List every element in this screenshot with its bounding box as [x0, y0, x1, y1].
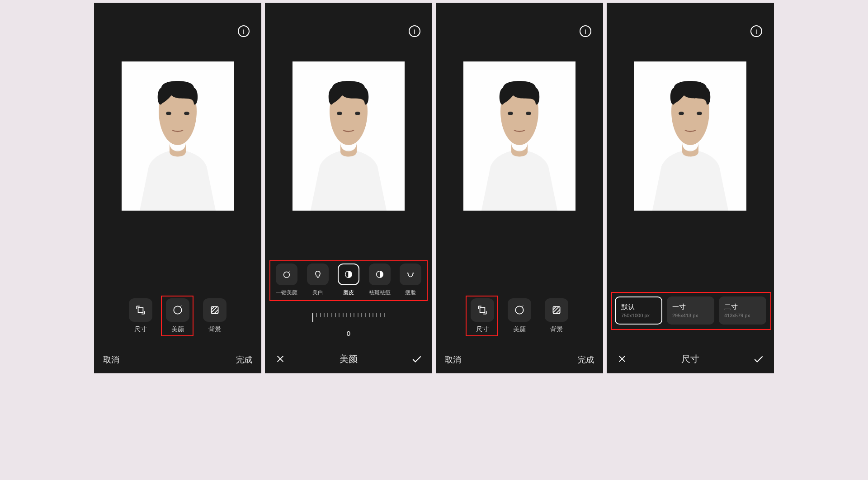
tool-background[interactable]: 背景	[545, 298, 568, 334]
size-default-name: 默认	[621, 303, 656, 311]
size-two-inch[interactable]: 二寸 413x579 px	[719, 296, 766, 325]
cancel-button[interactable]: 取消	[445, 354, 461, 365]
panel-size-options: i 默认 750x1000 px 一寸 295x413 px	[607, 3, 774, 373]
actions-bar: 取消 完成	[436, 354, 603, 365]
info-icon[interactable]: i	[409, 25, 420, 37]
beauty-acne-label: 祛斑祛痘	[369, 289, 391, 296]
tool-beauty[interactable]: 美颜	[508, 298, 531, 334]
tool-row: 尺寸 美颜 背景	[94, 298, 261, 334]
id-photo-preview	[292, 61, 405, 211]
id-photo-preview	[463, 61, 576, 211]
beauty-whiten-label: 美白	[312, 289, 323, 296]
actions-bar: 美颜	[265, 353, 432, 365]
svg-point-13	[526, 112, 531, 115]
info-icon[interactable]: i	[238, 25, 250, 37]
panel-tools-size-highlight: i 尺寸	[436, 3, 603, 373]
portrait-placeholder	[122, 61, 234, 211]
close-icon	[275, 354, 285, 364]
id-photo-preview	[634, 61, 746, 211]
size-one-inch-dim: 295x413 px	[672, 313, 709, 318]
tool-background-label: 背景	[550, 325, 563, 334]
close-button[interactable]	[616, 353, 628, 365]
portrait-placeholder	[463, 61, 576, 211]
tool-size-label: 尺寸	[134, 325, 147, 334]
sparkle-face-icon	[282, 269, 292, 279]
panel-title: 美颜	[287, 353, 410, 365]
portrait-placeholder	[634, 61, 746, 211]
svg-point-12	[508, 112, 513, 115]
hatch-icon	[551, 304, 562, 316]
svg-point-8	[284, 272, 290, 278]
svg-point-2	[184, 112, 189, 115]
info-icon[interactable]: i	[750, 25, 762, 37]
svg-point-6	[337, 112, 342, 115]
tool-size[interactable]: 尺寸	[129, 298, 152, 334]
svg-point-1	[166, 112, 171, 115]
actions-bar: 尺寸	[607, 353, 774, 365]
slider-ticks[interactable]	[312, 313, 385, 325]
done-button[interactable]: 完成	[578, 354, 594, 365]
beauty-smooth[interactable]: 磨皮	[335, 264, 362, 296]
confirm-button[interactable]	[752, 353, 765, 365]
tool-beauty-label: 美颜	[171, 325, 184, 334]
face-sparkle-icon	[172, 304, 184, 316]
half-circle-icon	[344, 269, 354, 279]
beauty-one-key[interactable]: 一键美颜	[273, 264, 300, 296]
hatch-icon	[209, 304, 221, 316]
contrast-icon	[375, 269, 385, 279]
size-two-inch-name: 二寸	[724, 303, 761, 311]
size-default[interactable]: 默认 750x1000 px	[615, 296, 662, 325]
svg-point-17	[679, 112, 684, 115]
tool-beauty-label: 美颜	[513, 325, 526, 334]
check-icon	[753, 353, 764, 365]
size-options-row: 默认 750x1000 px 一寸 295x413 px 二寸 413x579 …	[615, 296, 774, 325]
panel-tools-beauty-highlight: i 尺寸	[94, 3, 261, 373]
actions-bar: 取消 完成	[94, 354, 261, 365]
tool-background[interactable]: 背景	[203, 298, 226, 334]
beauty-acne[interactable]: 祛斑祛痘	[366, 264, 393, 296]
done-button[interactable]: 完成	[236, 354, 252, 365]
close-icon	[617, 354, 627, 364]
size-default-dim: 750x1000 px	[621, 313, 656, 318]
close-button[interactable]	[274, 353, 287, 365]
panel-beauty-options: i 一键美颜 美白 磨皮	[265, 3, 432, 373]
svg-point-18	[697, 112, 702, 115]
size-two-inch-dim: 413x579 px	[724, 313, 761, 318]
beauty-options-row: 一键美颜 美白 磨皮 祛斑祛痘 瘦脸	[273, 264, 424, 296]
check-icon	[411, 353, 423, 365]
face-outline-icon	[406, 269, 415, 279]
size-one-inch-name: 一寸	[672, 303, 709, 311]
tool-size[interactable]: 尺寸	[471, 298, 494, 334]
size-one-inch[interactable]: 一寸 295x413 px	[667, 296, 714, 325]
crop-icon	[476, 304, 488, 316]
tool-row: 尺寸 美颜 背景	[436, 298, 603, 334]
panel-title: 尺寸	[628, 353, 752, 365]
beauty-whiten[interactable]: 美白	[304, 264, 331, 296]
beauty-slim[interactable]: 瘦脸	[397, 264, 424, 296]
confirm-button[interactable]	[410, 353, 423, 365]
crop-icon	[135, 304, 146, 316]
svg-point-7	[355, 112, 360, 115]
id-photo-preview	[122, 61, 234, 211]
beauty-slim-label: 瘦脸	[405, 289, 416, 296]
beauty-smooth-label: 磨皮	[343, 289, 354, 296]
portrait-placeholder	[292, 61, 405, 211]
tool-size-label: 尺寸	[476, 325, 489, 334]
tool-beauty[interactable]: 美颜	[166, 298, 189, 334]
slider-value: 0	[347, 329, 350, 337]
beauty-one-key-label: 一键美颜	[276, 289, 297, 296]
cancel-button[interactable]: 取消	[103, 354, 119, 365]
tool-background-label: 背景	[208, 325, 221, 334]
bulb-icon	[313, 269, 323, 279]
face-sparkle-icon	[514, 304, 525, 316]
info-icon[interactable]: i	[580, 25, 591, 37]
